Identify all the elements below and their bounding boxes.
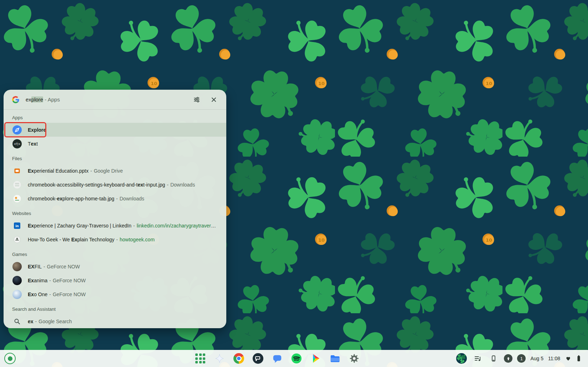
heart-icon[interactable] xyxy=(565,353,571,364)
result-game-exo-one[interactable]: Exo One-GeForce NOW xyxy=(4,287,226,301)
cast-app-icon[interactable] xyxy=(252,353,264,364)
result-file-jpg-explore[interactable]: chromebook-explore-app-home-tab.jpg-Down… xyxy=(4,192,226,205)
launcher-search-panel: explore - Apps Apps xyxy=(4,90,226,328)
svg-text:in: in xyxy=(15,224,19,228)
close-button[interactable] xyxy=(208,94,220,106)
section-header-apps: Apps xyxy=(4,110,226,123)
title-pre: How-To Geek - We xyxy=(28,237,71,242)
separator: - xyxy=(49,292,51,297)
exo-one-game-icon xyxy=(12,289,22,299)
result-title: Exo One-GeForce NOW xyxy=(28,292,86,297)
title-match: Explore xyxy=(28,127,46,133)
settings-icon[interactable] xyxy=(349,353,360,364)
title-match: Ex xyxy=(28,223,34,229)
result-file-jpg-accessibility[interactable]: chromebook-accessibility-settings-keyboa… xyxy=(4,178,226,192)
chrome-icon[interactable] xyxy=(233,353,244,364)
result-title: EXFIL-GeForce NOW xyxy=(28,264,80,269)
result-title: Experiential Education.pptx-Google Drive xyxy=(28,168,123,174)
result-url: howtogeek.com xyxy=(120,237,155,242)
query-typed-text: ex xyxy=(26,96,31,103)
dark-round-glyph xyxy=(253,353,263,364)
title-post: anima xyxy=(34,278,47,283)
assistant-sparkle-icon[interactable] xyxy=(214,353,225,364)
system-tray[interactable]: 1 Aug 5 11:08 xyxy=(456,353,584,364)
result-source: GeForce NOW xyxy=(53,292,86,297)
howtogeek-favicon xyxy=(12,235,22,245)
result-title: ex-Google Search xyxy=(28,319,72,324)
phone-hub-icon[interactable] xyxy=(488,353,499,364)
title-match: Ex xyxy=(28,278,34,283)
shelf: 1 Aug 5 11:08 xyxy=(0,350,588,367)
title-match: ex xyxy=(138,182,143,188)
result-source: GeForce NOW xyxy=(47,264,80,269)
result-game-exfil[interactable]: EXFIL-GeForce NOW xyxy=(4,259,226,273)
launcher-button[interactable] xyxy=(4,353,16,364)
section-header-search-assistant: Search and Assistant xyxy=(4,301,226,314)
title-match: ex xyxy=(28,319,33,324)
files-app-icon[interactable] xyxy=(329,353,341,364)
section-header-websites: Websites xyxy=(4,205,226,219)
apps-grid-icon[interactable] xyxy=(195,353,206,364)
result-location: Downloads xyxy=(170,182,195,188)
shelf-app-icons xyxy=(195,350,360,367)
result-title: How-To Geek - We Explain Technology-howt… xyxy=(28,237,155,242)
result-title: chromebook-accessibility-settings-keyboa… xyxy=(28,182,195,188)
result-app-explore[interactable]: Explore xyxy=(4,123,226,137)
search-results: Apps Explore <t> Text Files xyxy=(4,110,226,328)
result-title: Explore xyxy=(28,127,46,133)
result-game-exanima[interactable]: Exanima-GeForce NOW xyxy=(4,273,226,287)
battery-icon[interactable] xyxy=(576,353,582,364)
play-store-icon[interactable] xyxy=(310,353,321,364)
media-controls-icon[interactable] xyxy=(472,353,483,364)
wallpaper-avatar[interactable] xyxy=(456,353,467,364)
result-file-pptx[interactable]: Experiential Education.pptx-Google Drive xyxy=(4,164,226,178)
title-match: Ex xyxy=(71,237,77,242)
title-post: FIL xyxy=(35,264,42,269)
google-logo-icon xyxy=(11,95,21,105)
search-bar[interactable]: explore - Apps xyxy=(4,90,226,110)
title-match: Ex xyxy=(28,292,34,297)
separator: - xyxy=(116,196,118,201)
update-badge[interactable] xyxy=(504,354,512,363)
title-post: perience | Zachary Gray-Traverso | Linke… xyxy=(34,223,131,229)
exanima-game-icon xyxy=(12,276,22,285)
result-website-howtogeek[interactable]: How-To Geek - We Explain Technology-howt… xyxy=(4,232,226,246)
exfil-game-icon xyxy=(12,262,22,272)
result-source: Google Search xyxy=(38,319,72,324)
linkedin-icon: in xyxy=(12,221,22,231)
search-input[interactable]: explore - Apps xyxy=(26,96,186,103)
filter-tune-button[interactable] xyxy=(191,94,203,106)
image-thumbnail-icon xyxy=(12,194,22,204)
notification-count-badge[interactable]: 1 xyxy=(517,354,526,363)
title-match: Ex xyxy=(28,168,34,174)
tray-date[interactable]: Aug 5 xyxy=(530,356,543,361)
chrome-logo-glyph xyxy=(233,353,244,364)
image-thumbnail-icon xyxy=(12,180,22,190)
chat-app-icon[interactable] xyxy=(272,353,283,364)
result-location: Google Drive xyxy=(94,168,123,174)
text-app-icon: <t> xyxy=(12,139,22,149)
title-post: o One xyxy=(34,292,47,297)
separator: - xyxy=(167,182,169,188)
result-google-search[interactable]: ex-Google Search xyxy=(4,314,226,328)
tray-time[interactable]: 11:08 xyxy=(548,356,560,361)
title-post: periential Education.pptx xyxy=(34,168,88,174)
title-post: plain Technology xyxy=(77,237,114,242)
title-match: ex xyxy=(57,196,63,201)
separator: - xyxy=(116,237,118,242)
section-header-files: Files xyxy=(4,151,226,164)
title-match: EX xyxy=(28,264,35,269)
separator: - xyxy=(133,223,135,229)
result-title: Experience | Zachary Gray-Traverso | Lin… xyxy=(28,223,218,229)
query-autocomplete-selection: plore xyxy=(31,96,43,103)
title-match: ex xyxy=(31,141,37,147)
result-app-text[interactable]: <t> Text xyxy=(4,137,226,151)
spotify-icon[interactable] xyxy=(291,353,302,364)
svg-text:<t>: <t> xyxy=(14,142,20,146)
result-title: Exanima-GeForce NOW xyxy=(28,278,86,283)
section-header-games: Games xyxy=(4,246,226,259)
title-pre: chromebook- xyxy=(28,196,57,201)
result-website-linkedin[interactable]: in Experience | Zachary Gray-Traverso | … xyxy=(4,219,226,232)
separator: - xyxy=(35,319,37,324)
explore-app-icon xyxy=(12,125,22,135)
